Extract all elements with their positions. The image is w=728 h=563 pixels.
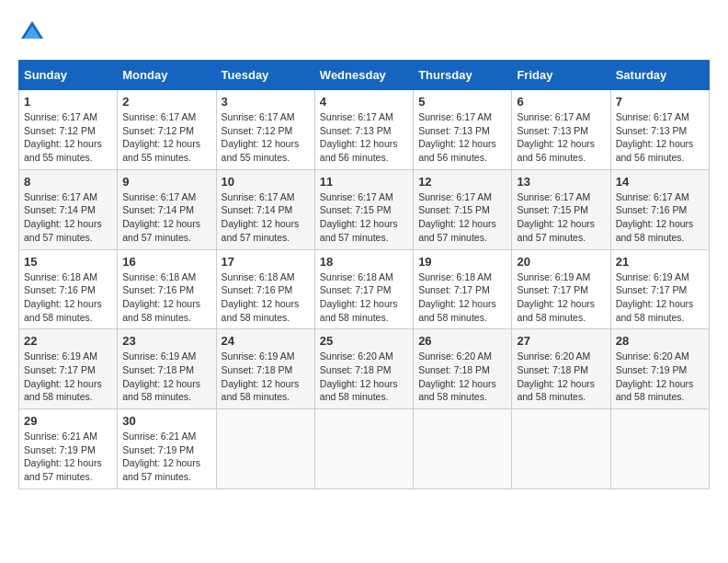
calendar-week-4: 22 Sunrise: 6:19 AM Sunset: 7:17 PM Dayl… [19, 329, 710, 409]
daylight-label: Daylight: 12 hours and 58 minutes. [222, 298, 300, 323]
daylight-label: Daylight: 12 hours and 57 minutes. [122, 218, 200, 243]
daylight-label: Daylight: 12 hours and 58 minutes. [24, 378, 102, 403]
day-cell-30: 30 Sunrise: 6:21 AM Sunset: 7:19 PM Dayl… [118, 409, 216, 489]
empty-cell [414, 409, 512, 489]
day-number: 27 [517, 334, 605, 348]
day-number: 8 [24, 175, 112, 189]
day-info: Sunrise: 6:17 AM Sunset: 7:16 PM Dayligh… [616, 190, 704, 245]
day-info: Sunrise: 6:17 AM Sunset: 7:13 PM Dayligh… [320, 110, 408, 165]
day-info: Sunrise: 6:17 AM Sunset: 7:13 PM Dayligh… [616, 110, 704, 165]
empty-cell [512, 409, 610, 489]
day-cell-2: 2 Sunrise: 6:17 AM Sunset: 7:12 PM Dayli… [118, 90, 216, 170]
sunrise-label: Sunrise: 6:21 AM [24, 431, 97, 442]
empty-cell [610, 409, 709, 489]
day-number: 25 [320, 334, 408, 348]
day-cell-14: 14 Sunrise: 6:17 AM Sunset: 7:16 PM Dayl… [610, 169, 709, 249]
daylight-label: Daylight: 12 hours and 58 minutes. [24, 298, 102, 323]
sunset-label: Sunset: 7:17 PM [320, 284, 392, 295]
sunrise-label: Sunrise: 6:19 AM [222, 350, 295, 362]
day-cell-29: 29 Sunrise: 6:21 AM Sunset: 7:19 PM Dayl… [19, 409, 118, 489]
day-cell-6: 6 Sunrise: 6:17 AM Sunset: 7:13 PM Dayli… [512, 90, 610, 170]
daylight-label: Daylight: 12 hours and 57 minutes. [418, 218, 496, 243]
sunrise-label: Sunrise: 6:17 AM [320, 111, 393, 122]
sunrise-label: Sunrise: 6:17 AM [418, 191, 492, 202]
day-info: Sunrise: 6:18 AM Sunset: 7:17 PM Dayligh… [320, 270, 408, 325]
sunrise-label: Sunrise: 6:17 AM [122, 191, 196, 202]
calendar-week-3: 15 Sunrise: 6:18 AM Sunset: 7:16 PM Dayl… [19, 249, 710, 329]
sunrise-label: Sunrise: 6:17 AM [24, 111, 97, 122]
day-number: 15 [24, 255, 112, 269]
day-number: 19 [418, 255, 506, 269]
day-info: Sunrise: 6:17 AM Sunset: 7:15 PM Dayligh… [418, 190, 506, 245]
day-info: Sunrise: 6:20 AM Sunset: 7:18 PM Dayligh… [418, 350, 506, 404]
sunset-label: Sunset: 7:14 PM [222, 204, 293, 215]
sunrise-label: Sunrise: 6:18 AM [222, 271, 295, 282]
day-cell-20: 20 Sunrise: 6:19 AM Sunset: 7:17 PM Dayl… [512, 249, 610, 329]
day-number: 9 [122, 175, 210, 189]
daylight-label: Daylight: 12 hours and 56 minutes. [320, 138, 398, 163]
sunrise-label: Sunrise: 6:17 AM [517, 111, 590, 122]
day-info: Sunrise: 6:17 AM Sunset: 7:15 PM Dayligh… [517, 190, 605, 245]
sunset-label: Sunset: 7:18 PM [517, 364, 588, 375]
day-cell-24: 24 Sunrise: 6:19 AM Sunset: 7:18 PM Dayl… [216, 329, 314, 409]
sunrise-label: Sunrise: 6:17 AM [122, 111, 196, 122]
daylight-label: Daylight: 12 hours and 58 minutes. [122, 298, 200, 323]
day-cell-17: 17 Sunrise: 6:18 AM Sunset: 7:16 PM Dayl… [216, 249, 314, 329]
calendar-week-1: 1 Sunrise: 6:17 AM Sunset: 7:12 PM Dayli… [19, 90, 710, 170]
day-cell-23: 23 Sunrise: 6:19 AM Sunset: 7:18 PM Dayl… [118, 329, 216, 409]
sunset-label: Sunset: 7:18 PM [122, 364, 194, 375]
day-cell-8: 8 Sunrise: 6:17 AM Sunset: 7:14 PM Dayli… [19, 169, 118, 249]
day-info: Sunrise: 6:19 AM Sunset: 7:17 PM Dayligh… [616, 270, 704, 325]
day-cell-19: 19 Sunrise: 6:18 AM Sunset: 7:17 PM Dayl… [414, 249, 512, 329]
sunset-label: Sunset: 7:19 PM [616, 364, 688, 375]
sunset-label: Sunset: 7:15 PM [320, 204, 392, 215]
day-cell-1: 1 Sunrise: 6:17 AM Sunset: 7:12 PM Dayli… [19, 90, 118, 170]
sunrise-label: Sunrise: 6:20 AM [517, 350, 590, 362]
day-info: Sunrise: 6:17 AM Sunset: 7:12 PM Dayligh… [24, 110, 112, 165]
sunrise-label: Sunrise: 6:20 AM [320, 350, 393, 362]
sunset-label: Sunset: 7:18 PM [222, 364, 293, 375]
day-info: Sunrise: 6:17 AM Sunset: 7:12 PM Dayligh… [122, 110, 210, 165]
logo [18, 18, 50, 46]
daylight-label: Daylight: 12 hours and 55 minutes. [122, 138, 200, 163]
daylight-label: Daylight: 12 hours and 55 minutes. [222, 138, 300, 163]
sunset-label: Sunset: 7:16 PM [122, 284, 194, 295]
day-number: 10 [222, 175, 310, 189]
sunset-label: Sunset: 7:17 PM [24, 364, 96, 375]
daylight-label: Daylight: 12 hours and 57 minutes. [122, 457, 200, 482]
daylight-label: Daylight: 12 hours and 58 minutes. [122, 378, 200, 403]
daylight-label: Daylight: 12 hours and 58 minutes. [418, 378, 496, 403]
day-info: Sunrise: 6:19 AM Sunset: 7:17 PM Dayligh… [517, 270, 605, 325]
sunset-label: Sunset: 7:19 PM [24, 444, 96, 455]
daylight-label: Daylight: 12 hours and 56 minutes. [418, 138, 496, 163]
sunset-label: Sunset: 7:17 PM [418, 284, 490, 295]
day-cell-16: 16 Sunrise: 6:18 AM Sunset: 7:16 PM Dayl… [118, 249, 216, 329]
sunset-label: Sunset: 7:13 PM [418, 125, 490, 136]
page-header [18, 18, 710, 46]
daylight-label: Daylight: 12 hours and 56 minutes. [616, 138, 694, 163]
sunrise-label: Sunrise: 6:17 AM [320, 191, 393, 202]
day-cell-11: 11 Sunrise: 6:17 AM Sunset: 7:15 PM Dayl… [314, 169, 413, 249]
day-cell-12: 12 Sunrise: 6:17 AM Sunset: 7:15 PM Dayl… [414, 169, 512, 249]
sunrise-label: Sunrise: 6:19 AM [24, 350, 97, 362]
sunset-label: Sunset: 7:19 PM [122, 444, 194, 455]
daylight-label: Daylight: 12 hours and 57 minutes. [24, 218, 102, 243]
empty-cell [314, 409, 413, 489]
day-cell-3: 3 Sunrise: 6:17 AM Sunset: 7:12 PM Dayli… [216, 90, 314, 170]
day-number: 21 [616, 255, 704, 269]
column-header-wednesday: Wednesday [314, 61, 413, 90]
sunset-label: Sunset: 7:14 PM [122, 204, 194, 215]
day-info: Sunrise: 6:19 AM Sunset: 7:17 PM Dayligh… [24, 350, 112, 404]
daylight-label: Daylight: 12 hours and 58 minutes. [517, 298, 595, 323]
sunrise-label: Sunrise: 6:18 AM [122, 271, 196, 282]
column-header-tuesday: Tuesday [216, 61, 314, 90]
sunset-label: Sunset: 7:16 PM [616, 204, 688, 215]
sunset-label: Sunset: 7:16 PM [24, 284, 96, 295]
sunrise-label: Sunrise: 6:17 AM [222, 191, 295, 202]
day-number: 13 [517, 175, 605, 189]
day-info: Sunrise: 6:19 AM Sunset: 7:18 PM Dayligh… [222, 350, 310, 404]
day-cell-26: 26 Sunrise: 6:20 AM Sunset: 7:18 PM Dayl… [414, 329, 512, 409]
day-cell-10: 10 Sunrise: 6:17 AM Sunset: 7:14 PM Dayl… [216, 169, 314, 249]
sunset-label: Sunset: 7:17 PM [517, 284, 588, 295]
day-info: Sunrise: 6:19 AM Sunset: 7:18 PM Dayligh… [122, 350, 210, 404]
